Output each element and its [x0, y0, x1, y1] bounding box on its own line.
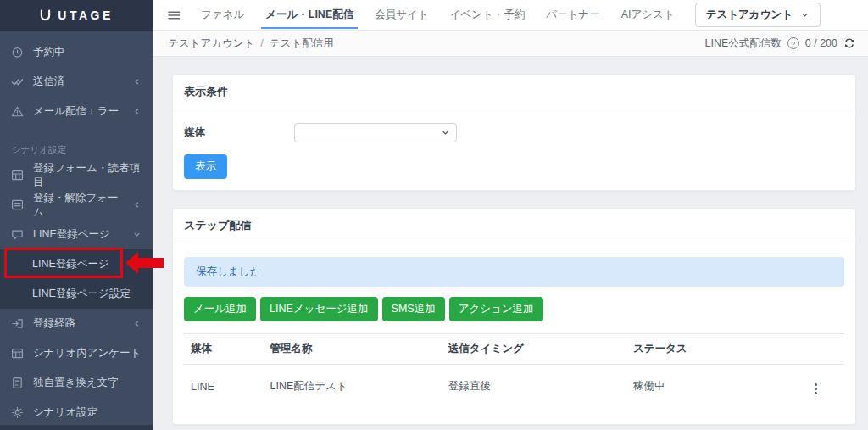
sidebar-item-reserved[interactable]: 予約中	[0, 37, 153, 67]
step-delivery-card: ステップ配信 保存しました メール追加 LINEメッセージ追加 SMS追加 アク…	[172, 208, 856, 425]
utage-logo[interactable]: UTAGE	[0, 0, 153, 31]
sidebar: UTAGE 予約中 送信済 メール配信エラー シナリオ設定 登録フォーム・読者項…	[0, 0, 153, 430]
breadcrumb: テストアカウント / テスト配信用	[168, 36, 334, 51]
filter-card-body: 媒体 表示	[173, 109, 855, 190]
add-action-button[interactable]: アクション追加	[449, 297, 543, 321]
add-sms-button[interactable]: SMS追加	[382, 297, 445, 321]
sidebar-item-label: シナリオ設定	[33, 405, 97, 420]
sidebar-item-mail-error[interactable]: メール配信エラー	[0, 97, 153, 126]
sidebar-footer-strip	[0, 425, 153, 430]
double-check-icon	[11, 75, 24, 88]
sidebar-item-sent[interactable]: 送信済	[0, 67, 153, 97]
hamburger-menu-icon[interactable]	[167, 8, 181, 22]
sidebar-subitem-line-registration-page-settings[interactable]: LINE登録ページ設定	[0, 279, 153, 309]
line-quota: LINE公式配信数 ? 0 / 200	[704, 36, 855, 51]
sidebar-item-label: 登録・解除フォーム	[33, 191, 123, 220]
chevron-left-icon	[132, 107, 142, 116]
saved-alert: 保存しました	[184, 257, 844, 287]
table-header-row: 媒体 管理名称 送信タイミング ステータス	[184, 334, 844, 365]
column-header-status: ステータス	[626, 334, 804, 365]
history-icon	[11, 46, 24, 59]
column-header-timing: 送信タイミング	[442, 334, 626, 365]
tab-mail-line-delivery[interactable]: メール・LINE配信	[264, 0, 354, 30]
tab-member-site[interactable]: 会員サイト	[374, 0, 429, 30]
column-header-actions	[804, 334, 844, 365]
gear-icon	[11, 406, 24, 419]
refresh-icon[interactable]	[843, 37, 855, 49]
table-icon	[11, 169, 24, 181]
utage-logo-text: UTAGE	[58, 8, 113, 22]
add-line-message-button[interactable]: LINEメッセージ追加	[260, 297, 377, 321]
breadcrumb-bar: テストアカウント / テスト配信用 LINE公式配信数 ? 0 / 200	[153, 31, 868, 57]
step-card-title: ステップ配信	[173, 209, 855, 243]
page-content: 表示条件 媒体 表示 ステップ配信 保存しました	[153, 57, 868, 430]
breadcrumb-account-link[interactable]: テストアカウント	[168, 36, 254, 51]
app-window: UTAGE 予約中 送信済 メール配信エラー シナリオ設定 登録フォーム・読者項…	[0, 0, 868, 430]
cell-status: 稼働中	[626, 365, 804, 414]
sidebar-section-scenario: シナリオ設定	[0, 126, 153, 160]
sidebar-item-label: 登録フォーム・読者項目	[33, 161, 142, 190]
table-row: LINE LINE配信テスト 登録直後 稼働中	[184, 365, 844, 414]
sidebar-subitem-line-registration-page[interactable]: LINE登録ページ	[0, 249, 153, 279]
comment-icon	[11, 228, 24, 241]
sidebar-item-label: 登録経路	[33, 316, 75, 331]
chevron-left-icon	[132, 319, 142, 328]
cell-name: LINE配信テスト	[263, 365, 441, 414]
sidebar-item-label: LINE登録ページ設定	[32, 287, 131, 301]
sidebar-item-registration-route[interactable]: 登録経路	[0, 309, 153, 338]
cell-timing: 登録直後	[442, 365, 626, 414]
question-circle-icon[interactable]: ?	[787, 37, 799, 49]
column-header-media: 媒体	[184, 334, 263, 365]
add-buttons-row: メール追加 LINEメッセージ追加 SMS追加 アクション追加	[184, 297, 844, 321]
caret-down-icon	[441, 128, 450, 137]
row-kebab-menu-icon[interactable]	[811, 382, 821, 396]
filter-conditions-card: 表示条件 媒体 表示	[172, 74, 856, 191]
tab-partner[interactable]: パートナー	[545, 0, 600, 30]
sidebar-item-scenario-settings[interactable]: シナリオ設定	[0, 398, 153, 427]
sidebar-item-registration-form[interactable]: 登録フォーム・読者項目	[0, 160, 153, 190]
sign-in-icon	[11, 317, 24, 330]
sidebar-item-label: 独自置き換え文字	[33, 376, 119, 390]
sidebar-item-label: LINE登録ページ	[32, 257, 109, 271]
add-mail-button[interactable]: メール追加	[184, 297, 256, 321]
account-dropdown-button[interactable]: テストアカウント	[695, 3, 821, 27]
utage-u-icon	[39, 9, 52, 22]
caret-down-icon	[800, 10, 810, 20]
media-select[interactable]	[294, 123, 457, 142]
sidebar-item-label: LINE登録ページ	[33, 227, 110, 242]
show-button[interactable]: 表示	[184, 154, 227, 179]
form-icon	[11, 198, 24, 211]
sidebar-item-scenario-survey[interactable]: シナリオ内アンケート	[0, 338, 153, 368]
tab-event-reservation[interactable]: イベント・予約	[449, 0, 526, 30]
chevron-left-icon	[132, 77, 142, 87]
media-field-label: 媒体	[184, 126, 294, 140]
sidebar-item-label: メール配信エラー	[33, 104, 119, 119]
chevron-left-icon	[132, 200, 142, 209]
sidebar-item-label: 予約中	[33, 45, 65, 59]
line-quota-value: 0 / 200	[805, 37, 837, 49]
sidebar-nav: 予約中 送信済 メール配信エラー シナリオ設定 登録フォーム・読者項目 登録・解…	[0, 31, 153, 427]
column-header-name: 管理名称	[263, 334, 441, 365]
sidebar-item-register-unregister-form[interactable]: 登録・解除フォーム	[0, 190, 153, 220]
chevron-down-icon	[132, 230, 142, 239]
sidebar-item-label: シナリオ内アンケート	[33, 346, 141, 360]
top-navigation: ファネル メール・LINE配信 会員サイト イベント・予約 パートナー AIアシ…	[153, 0, 868, 31]
step-card-body: 保存しました メール追加 LINEメッセージ追加 SMS追加 アクション追加 媒…	[173, 243, 855, 424]
breadcrumb-separator: /	[260, 37, 263, 49]
cell-media: LINE	[184, 365, 263, 414]
line-registration-submenu: LINE登録ページ LINE登録ページ設定	[0, 249, 153, 309]
sidebar-item-label: 送信済	[33, 75, 65, 89]
breadcrumb-current-page: テスト配信用	[270, 36, 334, 51]
line-quota-label: LINE公式配信数	[704, 36, 781, 51]
sidebar-item-custom-replacement-text[interactable]: 独自置き換え文字	[0, 368, 153, 398]
tab-ai-assist[interactable]: AIアシスト	[620, 0, 676, 30]
table-icon	[11, 347, 24, 360]
warning-icon	[11, 105, 24, 118]
document-icon	[11, 377, 24, 389]
tab-funnel[interactable]: ファネル	[200, 0, 245, 30]
filter-card-title: 表示条件	[173, 75, 855, 109]
step-delivery-table: 媒体 管理名称 送信タイミング ステータス LINE LINE配信テスト	[184, 333, 844, 413]
main-area: ファネル メール・LINE配信 会員サイト イベント・予約 パートナー AIアシ…	[153, 0, 868, 430]
account-name: テストアカウント	[706, 8, 793, 22]
sidebar-item-line-registration-page-parent[interactable]: LINE登録ページ	[0, 220, 153, 249]
